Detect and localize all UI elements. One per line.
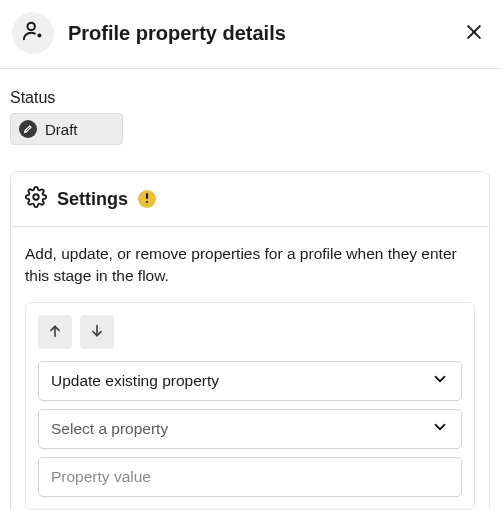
settings-card-body: Add, update, or remove properties for a … [11,227,489,510]
warning-icon [145,190,149,208]
property-config-box: Update existing property Select a proper… [25,302,475,510]
profile-icon [22,20,44,46]
settings-title: Settings [57,189,128,210]
property-select[interactable]: Select a property [38,409,462,449]
svg-rect-6 [146,201,148,203]
arrow-down-icon [89,323,105,342]
settings-card: Settings Add, update, or remove properti… [10,171,490,510]
arrow-up-icon [47,323,63,342]
panel-title: Profile property details [68,22,460,45]
status-label: Status [10,89,490,107]
action-select[interactable]: Update existing property [38,361,462,401]
status-value: Draft [45,121,78,138]
profile-icon-wrap [12,12,54,54]
svg-rect-5 [146,193,148,199]
close-icon [464,22,484,45]
panel-header: Profile property details [0,0,500,68]
move-up-button[interactable] [38,315,72,349]
property-select-value: Select a property [51,420,168,438]
warning-badge [138,190,156,208]
draft-icon [19,120,37,138]
reorder-controls [38,315,462,349]
svg-point-4 [33,194,39,200]
chevron-down-icon [431,418,449,440]
svg-point-0 [28,23,35,30]
settings-description: Add, update, or remove properties for a … [25,243,475,286]
chevron-down-icon [431,370,449,392]
panel-content: Status Draft Settings [0,69,500,510]
status-chip[interactable]: Draft [10,113,123,145]
action-select-value: Update existing property [51,372,219,390]
close-button[interactable] [460,19,488,47]
move-down-button[interactable] [80,315,114,349]
svg-point-1 [37,34,41,38]
settings-card-header: Settings [11,172,489,227]
gear-icon [25,186,47,212]
property-value-input[interactable] [38,457,462,497]
